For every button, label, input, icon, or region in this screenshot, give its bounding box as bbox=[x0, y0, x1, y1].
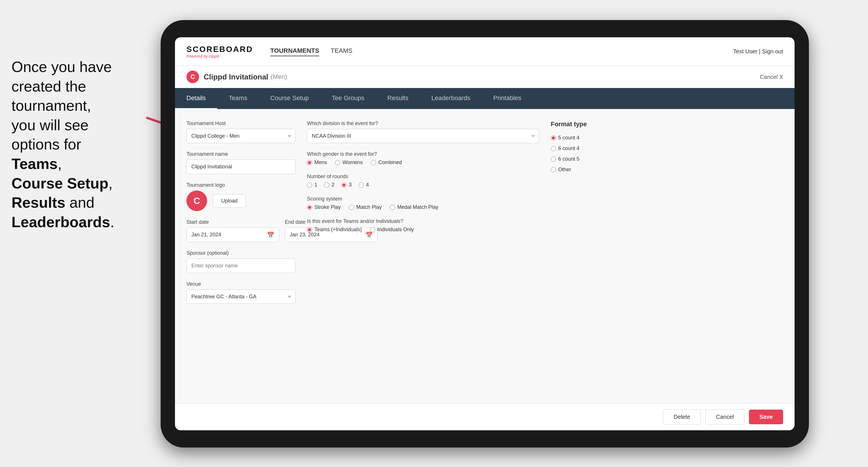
main-content: Tournament Host Clippd College - Men Tou… bbox=[175, 109, 795, 403]
team-label: Is this event for Teams and/or Individua… bbox=[307, 218, 539, 224]
tournament-header: C Clippd Invitational (Men) Cancel X bbox=[175, 66, 795, 88]
instruction-panel: Once you have created the tournament, yo… bbox=[0, 52, 166, 238]
start-date-wrapper: 📅 bbox=[186, 227, 279, 242]
gender-radio-group: Mens Womens Combined bbox=[307, 159, 539, 165]
team-individuals[interactable]: Individuals Only bbox=[370, 227, 414, 232]
gender-group: Which gender is the event for? Mens Wome… bbox=[307, 151, 539, 165]
name-input[interactable] bbox=[186, 159, 296, 174]
team-group: Is this event for Teams and/or Individua… bbox=[307, 218, 539, 232]
col-middle: Which division is the event for? NCAA Di… bbox=[307, 121, 539, 304]
rounds-4[interactable]: 4 bbox=[359, 182, 369, 188]
col-left: Tournament Host Clippd College - Men Tou… bbox=[186, 121, 296, 304]
logo-preview: C bbox=[186, 190, 207, 211]
cancel-button-top[interactable]: Cancel X bbox=[760, 74, 783, 80]
rounds-radio-group: 1 2 3 4 bbox=[307, 182, 539, 188]
scoring-radio-group: Stroke Play Match Play Medal Match Play bbox=[307, 204, 539, 210]
logo-upload-area: C Upload bbox=[186, 190, 296, 211]
tab-printables[interactable]: Printables bbox=[482, 88, 533, 109]
gender-combined[interactable]: Combined bbox=[371, 159, 402, 165]
scoring-stroke[interactable]: Stroke Play bbox=[307, 204, 341, 210]
delete-button[interactable]: Delete bbox=[663, 409, 701, 425]
format-6count4[interactable]: 6 count 4 bbox=[551, 146, 783, 152]
rounds-3[interactable]: 3 bbox=[341, 182, 352, 188]
upload-button[interactable]: Upload bbox=[213, 194, 246, 208]
venue-group: Venue Peachtree GC - Atlanta - GA bbox=[186, 281, 296, 304]
sponsor-input[interactable] bbox=[186, 258, 296, 273]
tablet-screen: SCOREBOARD Powered by clippd TOURNAMENTS… bbox=[175, 37, 795, 430]
format-radio-group: 5 count 4 6 count 4 6 count 5 Other bbox=[551, 135, 783, 173]
format-other[interactable]: Other bbox=[551, 167, 783, 173]
gender-label: Which gender is the event for? bbox=[307, 151, 539, 157]
tab-course-setup[interactable]: Course Setup bbox=[259, 88, 320, 109]
logo-subtitle: Powered by clippd bbox=[186, 54, 253, 59]
tournament-icon: C bbox=[186, 70, 199, 83]
rounds-2[interactable]: 2 bbox=[324, 182, 335, 188]
format-label: Format type bbox=[551, 121, 783, 128]
nav-links: TOURNAMENTS TEAMS bbox=[270, 47, 733, 56]
start-date-label: Start date bbox=[186, 219, 279, 225]
gender-womens[interactable]: Womens bbox=[335, 159, 363, 165]
save-button[interactable]: Save bbox=[749, 410, 783, 424]
tab-teams[interactable]: Teams bbox=[217, 88, 259, 109]
tab-details[interactable]: Details bbox=[175, 88, 217, 109]
footer-bar: Delete Cancel Save bbox=[175, 403, 795, 430]
rounds-label: Number of rounds bbox=[307, 174, 539, 180]
nav-teams[interactable]: TEAMS bbox=[331, 47, 352, 56]
nav-tournaments[interactable]: TOURNAMENTS bbox=[270, 47, 319, 56]
tournament-gender-tag: (Men) bbox=[271, 73, 287, 81]
user-signin-text[interactable]: Test User | Sign out bbox=[733, 48, 783, 55]
gender-mens[interactable]: Mens bbox=[307, 159, 327, 165]
sponsor-label: Sponsor (optional) bbox=[186, 250, 296, 256]
scoring-group: Scoring system Stroke Play Match Play Me… bbox=[307, 196, 539, 210]
tablet-frame: SCOREBOARD Powered by clippd TOURNAMENTS… bbox=[161, 20, 809, 447]
rounds-1[interactable]: 1 bbox=[307, 182, 317, 188]
calendar-icon-start: 📅 bbox=[262, 231, 279, 238]
rounds-group: Number of rounds 1 2 3 bbox=[307, 174, 539, 188]
scoring-medal[interactable]: Medal Match Play bbox=[390, 204, 438, 210]
scoring-match[interactable]: Match Play bbox=[349, 204, 382, 210]
venue-select[interactable]: Peachtree GC - Atlanta - GA bbox=[186, 289, 296, 304]
division-select[interactable]: NCAA Division III bbox=[307, 129, 539, 143]
host-group: Tournament Host Clippd College - Men bbox=[186, 121, 296, 143]
col-right: Format type 5 count 4 6 count 4 6 count … bbox=[551, 121, 783, 304]
tab-tee-groups[interactable]: Tee Groups bbox=[320, 88, 376, 109]
scoring-label: Scoring system bbox=[307, 196, 539, 202]
tab-results[interactable]: Results bbox=[376, 88, 420, 109]
sponsor-group: Sponsor (optional) bbox=[186, 250, 296, 273]
logo-area: SCOREBOARD Powered by clippd bbox=[186, 45, 253, 59]
division-label: Which division is the event for? bbox=[307, 121, 539, 126]
team-teams[interactable]: Teams (+Individuals) bbox=[307, 227, 362, 232]
cancel-button[interactable]: Cancel bbox=[705, 409, 744, 425]
tab-nav: Details Teams Course Setup Tee Groups Re… bbox=[175, 88, 795, 109]
tab-leaderboards[interactable]: Leaderboards bbox=[420, 88, 482, 109]
host-label: Tournament Host bbox=[186, 121, 296, 126]
form-grid: Tournament Host Clippd College - Men Tou… bbox=[186, 121, 783, 304]
name-label: Tournament name bbox=[186, 151, 296, 157]
name-group: Tournament name bbox=[186, 151, 296, 174]
dates-row: Start date 📅 End date 📅 bbox=[186, 219, 296, 242]
logo-title: SCOREBOARD bbox=[186, 45, 253, 54]
logo-group: Tournament logo C Upload bbox=[186, 182, 296, 211]
division-group: Which division is the event for? NCAA Di… bbox=[307, 121, 539, 143]
host-select[interactable]: Clippd College - Men bbox=[186, 129, 296, 143]
user-area: Test User | Sign out bbox=[733, 48, 783, 55]
format-6count5[interactable]: 6 count 5 bbox=[551, 156, 783, 162]
format-5count4[interactable]: 5 count 4 bbox=[551, 135, 783, 141]
instruction-text: Once you have created the tournament, yo… bbox=[11, 59, 114, 230]
tournament-name: Clippd Invitational bbox=[204, 72, 268, 82]
start-date-input[interactable] bbox=[187, 228, 262, 242]
venue-label: Venue bbox=[186, 281, 296, 287]
top-nav: SCOREBOARD Powered by clippd TOURNAMENTS… bbox=[175, 37, 795, 66]
team-radio-group: Teams (+Individuals) Individuals Only bbox=[307, 227, 539, 232]
start-date-group: Start date 📅 bbox=[186, 219, 279, 242]
logo-label: Tournament logo bbox=[186, 182, 296, 188]
